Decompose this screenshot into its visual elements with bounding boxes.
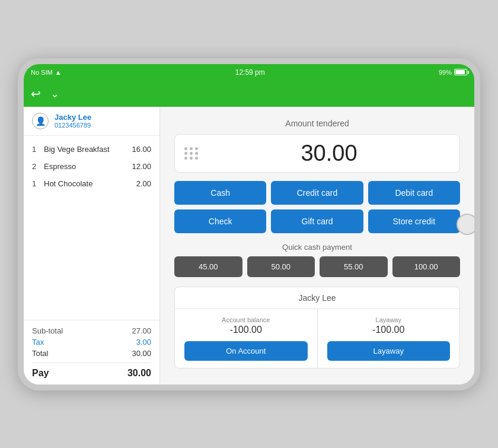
quick-cash-button[interactable]: 100.00 <box>392 256 461 277</box>
customer-section-title: Jacky Lee <box>175 287 459 309</box>
customer-row[interactable]: 👤 Jacky Lee 0123456789 <box>24 107 159 136</box>
wifi-icon: ▲ <box>55 69 62 76</box>
item-qty: 1 <box>32 145 44 154</box>
payment-method-button[interactable]: Credit card <box>271 181 363 205</box>
home-button[interactable] <box>456 214 478 235</box>
layaway-col: Layaway -100.00 Layaway <box>318 309 460 368</box>
layaway-label: Layaway <box>327 316 451 323</box>
carrier-label: No SIM <box>31 69 53 76</box>
person-icon: 👤 <box>36 116 46 126</box>
keypad-icon <box>184 147 199 160</box>
order-item: 2 Espresso 12.00 <box>24 158 159 175</box>
tablet-device: No SIM ▲ 12:59 pm 99% ↩ ⌄ 👤 <box>18 58 480 390</box>
item-name: Big Vege Breakfast <box>44 145 132 154</box>
battery-fill <box>455 70 465 74</box>
subtotal-row: Sub-total 27.00 <box>32 326 151 335</box>
order-totals: Sub-total 27.00 Tax 3.00 Total 30.00 Pay… <box>24 320 159 385</box>
customer-info: Jacky Lee 0123456789 <box>55 113 91 129</box>
quick-cash-label: Quick cash payment <box>174 243 460 252</box>
quick-cash-button[interactable]: 45.00 <box>174 256 242 277</box>
main-content: 👤 Jacky Lee 0123456789 1 Big Vege Breakf… <box>24 107 474 385</box>
item-price: 12.00 <box>132 162 151 171</box>
total-value: 30.00 <box>132 349 151 358</box>
status-left: No SIM ▲ <box>31 69 62 76</box>
customer-section-body: Account balance -100.00 On Account Layaw… <box>175 309 459 368</box>
pay-label: Pay <box>32 368 49 379</box>
pay-row: Pay 30.00 <box>32 363 151 379</box>
subtotal-label: Sub-total <box>32 326 63 335</box>
quick-cash-button[interactable]: 55.00 <box>320 256 388 277</box>
customer-icon: 👤 <box>32 113 49 129</box>
chevron-down-icon[interactable]: ⌄ <box>50 87 59 100</box>
item-qty: 1 <box>32 179 44 188</box>
amount-display: 30.00 <box>174 134 460 173</box>
quick-cash-buttons: 45.0050.0055.00100.00 <box>174 256 460 277</box>
left-panel: 👤 Jacky Lee 0123456789 1 Big Vege Breakf… <box>24 107 160 385</box>
app-header: ↩ ⌄ <box>24 81 474 107</box>
customer-section: Jacky Lee Account balance -100.00 On Acc… <box>174 287 460 368</box>
order-item: 1 Hot Chocolate 2.00 <box>24 175 159 192</box>
back-button[interactable]: ↩ <box>31 87 41 101</box>
quick-cash-button[interactable]: 50.00 <box>247 256 315 277</box>
pay-value: 30.00 <box>127 368 151 379</box>
customer-name: Jacky Lee <box>55 113 91 122</box>
layaway-button[interactable]: Layaway <box>327 341 451 361</box>
status-time: 12:59 pm <box>235 68 265 77</box>
tax-label: Tax <box>32 338 44 347</box>
account-balance-value: -100.00 <box>184 325 308 335</box>
account-balance-label: Account balance <box>184 316 308 323</box>
status-bar: No SIM ▲ 12:59 pm 99% <box>24 64 474 81</box>
layaway-value: -100.00 <box>327 325 451 335</box>
battery-percent: 99% <box>439 69 452 76</box>
status-right: 99% <box>439 69 467 76</box>
battery-icon <box>454 69 467 75</box>
subtotal-value: 27.00 <box>132 326 151 335</box>
order-items-list: 1 Big Vege Breakfast 16.00 2 Espresso 12… <box>24 136 159 320</box>
payment-method-button[interactable]: Check <box>174 209 266 233</box>
right-panel: Amount tendered 30.00 CashCredit cardDeb… <box>160 107 474 385</box>
account-balance-col: Account balance -100.00 On Account <box>175 309 318 368</box>
amount-label: Amount tendered <box>174 119 460 128</box>
item-qty: 2 <box>32 162 44 171</box>
payment-method-button[interactable]: Cash <box>174 181 266 205</box>
order-item: 1 Big Vege Breakfast 16.00 <box>24 141 159 158</box>
item-price: 16.00 <box>132 145 151 154</box>
amount-value: 30.00 <box>208 141 450 166</box>
payment-method-button[interactable]: Gift card <box>271 209 363 233</box>
total-row: Total 30.00 <box>32 349 151 358</box>
on-account-button[interactable]: On Account <box>184 341 308 361</box>
total-label: Total <box>32 349 48 358</box>
header-left: ↩ ⌄ <box>31 87 149 101</box>
item-name: Hot Chocolate <box>44 179 136 188</box>
tax-value: 3.00 <box>136 338 151 347</box>
tax-row: Tax 3.00 <box>32 338 151 347</box>
item-name: Espresso <box>44 162 132 171</box>
back-icon: ↩ <box>31 87 41 101</box>
payment-buttons: CashCredit cardDebit cardCheckGift cardS… <box>174 181 460 233</box>
payment-method-button[interactable]: Debit card <box>368 181 460 205</box>
payment-method-button[interactable]: Store credit <box>368 209 460 233</box>
item-price: 2.00 <box>136 179 151 188</box>
customer-phone: 0123456789 <box>55 122 91 129</box>
